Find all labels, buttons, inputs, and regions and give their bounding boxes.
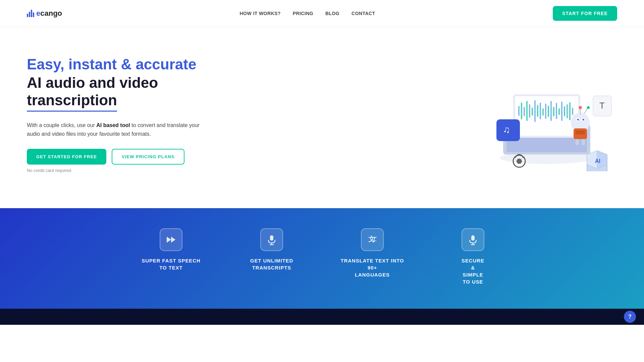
svg-point-50 (517, 159, 522, 164)
svg-rect-53 (270, 235, 273, 241)
hero-title-underline: transcription (27, 92, 117, 112)
svg-point-35 (587, 106, 590, 109)
svg-marker-51 (167, 237, 171, 243)
hero-title-accent: Easy, instant & accurate (27, 56, 201, 73)
feature-label-2: GET UNLIMITEDTRANSCRIPTS (250, 257, 293, 271)
feature-label-1: SUPER FAST SPEECHTO TEXT (142, 257, 200, 271)
translate-icon: 文 (367, 234, 378, 245)
hero-bold: AI based tool (96, 122, 130, 128)
svg-marker-52 (171, 237, 175, 243)
help-button[interactable]: ? (624, 311, 636, 323)
svg-text:T: T (599, 101, 605, 111)
start-for-free-button[interactable]: START FOR FREE (553, 6, 617, 21)
svg-rect-15 (545, 104, 546, 119)
features-section: SUPER FAST SPEECHTO TEXT GET UNLIMITEDTR… (0, 208, 644, 309)
features-grid: SUPER FAST SPEECHTO TEXT GET UNLIMITEDTR… (121, 228, 523, 285)
hero-buttons: GET STARTED FOR FREE VIEW PRICING PLANS (27, 149, 201, 165)
svg-rect-37 (576, 130, 585, 134)
svg-rect-5 (518, 106, 520, 116)
svg-rect-27 (572, 114, 588, 128)
feature-label-3: TRANSLATE TEXT INTO 90+LANGUAGES (335, 257, 409, 278)
svg-point-33 (579, 106, 582, 109)
svg-rect-18 (553, 107, 554, 116)
logo-bar-4 (33, 12, 34, 17)
footer-bar: ? (0, 309, 644, 325)
illustration-svg: ♫ AI T (476, 57, 617, 171)
nav-links: HOW IT WORKS? PRICING BLOG CONTACT (240, 10, 375, 16)
feature-icon-box-1 (160, 228, 182, 251)
feature-unlimited: GET UNLIMITEDTRANSCRIPTS (235, 228, 309, 271)
svg-rect-16 (548, 106, 549, 117)
svg-rect-60 (471, 235, 475, 241)
svg-rect-23 (567, 104, 568, 118)
nav-pricing[interactable]: PRICING (293, 11, 313, 16)
hero-illustration: ♫ AI T (476, 57, 617, 171)
microphone-icon-2 (467, 234, 479, 245)
svg-rect-8 (526, 101, 528, 121)
logo[interactable]: ecango (27, 9, 62, 18)
svg-rect-13 (540, 103, 541, 119)
svg-rect-6 (521, 103, 522, 119)
nav-how-it-works[interactable]: HOW IT WORKS? (240, 11, 281, 16)
svg-point-31 (583, 119, 584, 121)
feature-icon-box-4 (462, 228, 484, 251)
svg-rect-12 (537, 105, 538, 117)
feature-secure: SECURE&SIMPLETO USE (436, 228, 510, 285)
get-started-button[interactable]: GET STARTED FOR FREE (27, 149, 106, 165)
logo-text: ecango (36, 9, 62, 18)
hero-title-main: AI audio and video transcription (27, 74, 201, 112)
logo-bar-2 (29, 12, 30, 17)
hero-content: Easy, instant & accurate AI audio and vi… (27, 56, 201, 173)
logo-icon (27, 10, 34, 17)
svg-rect-20 (558, 108, 560, 115)
feature-fast-speech: SUPER FAST SPEECHTO TEXT (134, 228, 208, 271)
svg-rect-22 (564, 106, 565, 116)
fast-forward-icon (165, 234, 177, 245)
view-pricing-button[interactable]: VIEW PRICING PLANS (112, 149, 184, 165)
svg-rect-25 (572, 108, 573, 115)
microphone-icon-1 (266, 234, 277, 245)
svg-line-34 (584, 108, 588, 114)
feature-icon-box-2 (260, 228, 283, 251)
svg-rect-17 (550, 101, 552, 121)
hero-section: Easy, instant & accurate AI audio and vi… (0, 27, 644, 208)
no-credit-card-text: No credit card required (27, 168, 201, 173)
svg-rect-19 (556, 103, 557, 119)
logo-bar-1 (27, 14, 28, 17)
navbar: ecango HOW IT WORKS? PRICING BLOG CONTAC… (0, 0, 644, 27)
svg-rect-10 (532, 108, 533, 116)
nav-contact[interactable]: CONTACT (352, 11, 375, 16)
svg-rect-11 (534, 100, 536, 122)
svg-point-30 (577, 119, 579, 121)
hero-description: With a couple clicks, use our AI based t… (27, 121, 201, 138)
feature-label-4: SECURE&SIMPLETO USE (462, 257, 484, 285)
feature-translate: 文 TRANSLATE TEXT INTO 90+LANGUAGES (335, 228, 409, 278)
nav-blog[interactable]: BLOG (325, 11, 339, 16)
svg-rect-21 (561, 102, 562, 121)
svg-rect-9 (529, 104, 530, 118)
svg-text:AI: AI (595, 158, 600, 164)
svg-rect-39 (582, 139, 585, 145)
feature-icon-box-3: 文 (361, 228, 384, 251)
svg-rect-7 (524, 107, 525, 116)
svg-text:文: 文 (368, 235, 375, 243)
svg-text:♫: ♫ (503, 124, 510, 135)
svg-rect-24 (569, 102, 571, 120)
logo-bar-3 (31, 10, 32, 17)
svg-rect-14 (542, 108, 544, 116)
svg-rect-38 (576, 139, 579, 145)
